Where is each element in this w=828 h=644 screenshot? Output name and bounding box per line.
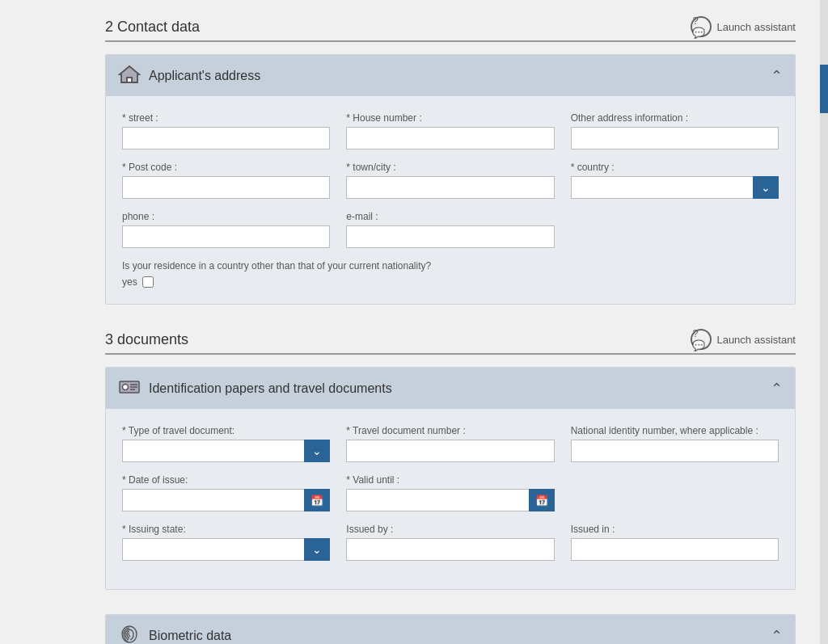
town-city-group: * town/city :: [346, 162, 554, 199]
street-label: * street :: [122, 112, 330, 124]
issuing-state-dropdown-btn[interactable]: ⌄: [304, 538, 330, 561]
travel-doc-type-input-wrapper: ⌄: [122, 440, 330, 462]
travel-doc-type-label: * Type of travel document:: [122, 425, 330, 436]
house-number-input[interactable]: [346, 127, 554, 149]
date-of-issue-label: * Date of issue:: [122, 474, 330, 486]
section-2-title: 2 Contact data: [105, 19, 200, 36]
street-input[interactable]: [122, 127, 330, 149]
email-group: e-mail :: [346, 211, 554, 248]
country-input-wrapper: ⌄: [571, 176, 779, 199]
id-row-1: * Type of travel document: ⌄ * Travel do…: [122, 425, 779, 462]
assistant-icon-contact: ?💬: [691, 16, 712, 37]
phone-group: phone :: [122, 211, 330, 248]
street-group: * street :: [122, 112, 330, 149]
id-row-3: * Issuing state: ⌄ Issued by : Issued in…: [122, 524, 779, 561]
email-input[interactable]: [346, 225, 554, 248]
town-city-label: * town/city :: [346, 162, 554, 173]
id-card-icon: [118, 376, 141, 401]
house-number-label: * House number :: [346, 112, 554, 124]
issued-in-input[interactable]: [571, 538, 779, 561]
identification-collapse-btn[interactable]: ⌃: [771, 380, 783, 398]
valid-until-input-wrapper: 📅: [346, 489, 554, 511]
residence-yes-checkbox[interactable]: [142, 276, 154, 288]
residence-yes-label: yes: [122, 276, 137, 288]
empty-group-address: [571, 211, 779, 248]
other-address-label: Other address information :: [571, 112, 779, 124]
section-3-title: 3 documents: [105, 331, 188, 348]
biometric-collapse-btn[interactable]: ⌃: [771, 627, 783, 645]
travel-doc-number-label: * Travel document number :: [346, 425, 554, 436]
launch-assistant-label-documents: Launch assistant: [716, 334, 796, 346]
address-row-3: phone : e-mail :: [122, 211, 779, 248]
issued-by-input[interactable]: [346, 538, 554, 561]
issued-by-group: Issued by :: [346, 524, 554, 561]
valid-until-label: * Valid until :: [346, 474, 554, 486]
biometric-card: Biometric data ⌃ Have your fingerprints …: [105, 614, 796, 644]
other-address-input[interactable]: [571, 127, 779, 149]
date-of-issue-input-wrapper: 📅: [122, 489, 330, 511]
country-label: * country :: [571, 162, 779, 173]
post-code-group: * Post code :: [122, 162, 330, 199]
section-3-divider: [105, 353, 796, 355]
issued-in-group: Issued in :: [571, 524, 779, 561]
card-header-left-id: Identification papers and travel documen…: [118, 376, 392, 401]
launch-assistant-documents[interactable]: ?💬 Launch assistant: [691, 329, 796, 350]
country-input[interactable]: [571, 176, 753, 199]
empty-group-id: [571, 474, 779, 511]
svg-point-3: [123, 385, 129, 390]
page: 2 Contact data ?💬 Launch assistant Appli…: [0, 0, 828, 644]
section-3-header: 3 documents ?💬 Launch assistant: [105, 329, 796, 350]
national-id-label: National identity number, where applicab…: [571, 425, 779, 436]
section-2-header: 2 Contact data ?💬 Launch assistant: [105, 16, 796, 37]
house-icon: [118, 63, 141, 88]
travel-doc-type-dropdown-btn[interactable]: ⌄: [304, 440, 330, 462]
issued-by-label: Issued by :: [346, 524, 554, 535]
section-2-divider: [105, 40, 796, 42]
address-card-body: * street : * House number : Other addres…: [106, 96, 795, 304]
country-dropdown-btn[interactable]: ⌄: [753, 176, 779, 199]
id-row-2: * Date of issue: 📅 * Valid until : 📅: [122, 474, 779, 511]
issued-in-label: Issued in :: [571, 524, 779, 535]
travel-doc-type-group: * Type of travel document: ⌄: [122, 425, 330, 462]
phone-input[interactable]: [122, 225, 330, 248]
main-content: 2 Contact data ?💬 Launch assistant Appli…: [0, 0, 820, 644]
assistant-icon-documents: ?💬: [691, 329, 712, 350]
identification-card-header: Identification papers and travel documen…: [106, 368, 795, 409]
issuing-state-label: * Issuing state:: [122, 524, 330, 535]
date-of-issue-input[interactable]: [122, 489, 304, 511]
launch-assistant-label-contact: Launch assistant: [716, 21, 796, 33]
valid-until-calendar-btn[interactable]: 📅: [529, 489, 555, 511]
town-city-input[interactable]: [346, 176, 554, 199]
valid-until-input[interactable]: [346, 489, 528, 511]
date-of-issue-calendar-btn[interactable]: 📅: [304, 489, 330, 511]
biometric-card-header: Biometric data ⌃: [106, 615, 795, 644]
svg-rect-1: [127, 78, 132, 82]
travel-doc-number-group: * Travel document number :: [346, 425, 554, 462]
applicants-address-title: Applicant's address: [149, 69, 260, 83]
issuing-state-input[interactable]: [122, 538, 304, 561]
national-id-input[interactable]: [571, 440, 779, 462]
identification-card-body: * Type of travel document: ⌄ * Travel do…: [106, 409, 795, 589]
phone-label: phone :: [122, 211, 330, 222]
post-code-input[interactable]: [122, 176, 330, 199]
fingerprint-icon: [118, 623, 141, 644]
issuing-state-input-wrapper: ⌄: [122, 538, 330, 561]
national-id-group: National identity number, where applicab…: [571, 425, 779, 462]
travel-doc-number-input[interactable]: [346, 440, 554, 462]
scrollbar[interactable]: [820, 0, 828, 644]
address-collapse-btn[interactable]: ⌃: [771, 67, 783, 85]
residence-question: Is your residence in a country other tha…: [122, 260, 779, 271]
address-row-2: * Post code : * town/city : * country : …: [122, 162, 779, 199]
applicants-address-card: Applicant's address ⌃ * street : * House…: [105, 54, 796, 305]
identification-title: Identification papers and travel documen…: [149, 381, 392, 396]
country-group: * country : ⌄: [571, 162, 779, 199]
email-label: e-mail :: [346, 211, 554, 222]
launch-assistant-contact[interactable]: ?💬 Launch assistant: [691, 16, 796, 37]
issuing-state-group: * Issuing state: ⌄: [122, 524, 330, 561]
card-header-left-biometric: Biometric data: [118, 623, 231, 644]
biometric-title: Biometric data: [149, 629, 231, 643]
address-row-1: * street : * House number : Other addres…: [122, 112, 779, 149]
card-header-left-address: Applicant's address: [118, 63, 260, 88]
travel-doc-type-input[interactable]: [122, 440, 304, 462]
scrollbar-thumb[interactable]: [820, 65, 828, 113]
